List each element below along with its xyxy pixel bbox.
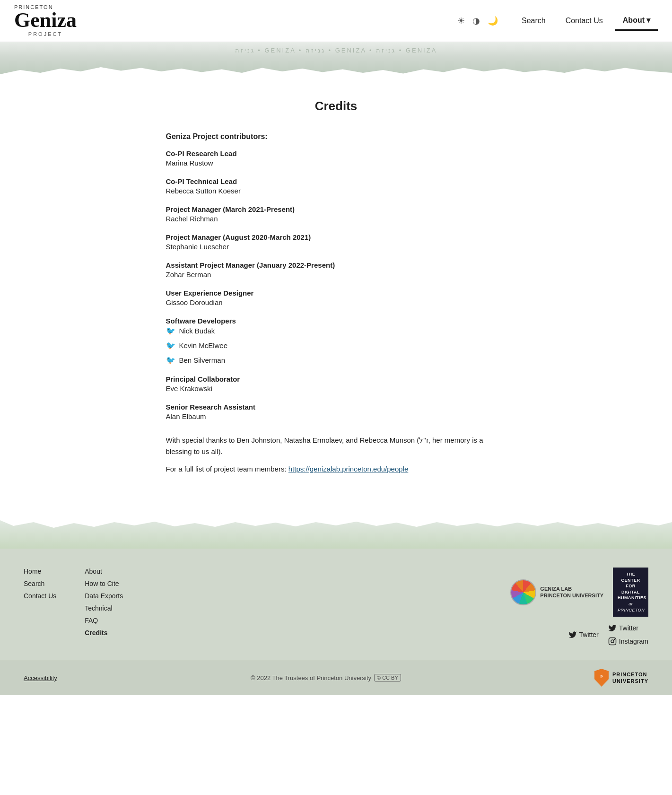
credit-senior-research: Senior Research Assistant Alan Elbaum [166,403,506,420]
dev-nick: 🐦 Nick Budak [166,326,506,335]
credit-role-label: Project Manager (March 2021-Present) [166,205,506,213]
credit-role-label: Project Manager (August 2020-March 2021) [166,233,506,241]
contrast-icon[interactable]: ◑ [471,14,482,28]
footer-col-1: Home Search Contact Us [24,568,56,637]
dev-kevin: 🐦 Kevin McElwee [166,341,506,350]
credit-role-label: Senior Research Assistant [166,403,506,411]
credit-role-label: Principal Collaborator [166,375,506,383]
wave-separator [0,520,672,549]
nav-search[interactable]: Search [514,12,553,30]
dev-name: Ben Silverman [179,356,226,364]
svg-rect-0 [609,638,616,645]
dev-bird-icon: 🐦 [166,326,175,335]
thanks-block: With special thanks to Ben Johnston, Nat… [166,435,506,457]
site-header: PRINCETON Geniza PROJECT ☀ ◑ 🌙 Search Co… [0,0,672,42]
dark-mode-icon[interactable]: 🌙 [486,14,500,28]
footer-credits[interactable]: Credits [85,629,123,637]
twitter-icon [568,630,577,639]
credit-ux: User Experience Designer Gissoo Doroudia… [166,289,506,306]
svg-point-2 [614,639,615,640]
footer-nav: Home Search Contact Us About How to Cite… [24,568,123,637]
footer-top: Home Search Contact Us About How to Cite… [24,568,648,660]
credit-principal-collab: Principal Collaborator Eve Krakowski [166,375,506,393]
footer-technical[interactable]: Technical [85,604,123,612]
credit-name: Eve Krakowski [166,384,506,393]
twitter-icon-2 [608,624,617,632]
dev-name: Kevin McElwee [179,341,228,349]
credit-name: Stephanie Luescher [166,243,506,251]
nav-about[interactable]: About ▾ [615,11,658,31]
credit-copi-technical: Co-PI Technical Lead Rebecca Sutton Koes… [166,177,506,195]
cc-by-badge: © CC BY [374,674,401,681]
dev-ben-s: 🐦 Ben Silverman [166,356,506,365]
dev-bird-icon: 🐦 [166,341,175,350]
footer-accessibility: Accessibility [24,674,57,681]
credit-name: Gissoo Doroudian [166,298,506,306]
dev-name: Nick Budak [179,327,215,335]
hero-background: גניזה • GENIZA • גניזה • GENIZA • גניזה … [0,42,672,80]
software-devs-heading: Software Developers [166,317,506,325]
hero-text-overlay: גניזה • GENIZA • גניזה • GENIZA • גניזה … [0,47,672,54]
instagram-icon [608,637,617,646]
svg-text:P: P [601,675,603,679]
footer-social-col-2: Twitter Instagram [608,624,648,646]
geniza-lab-circle-icon [510,579,536,605]
footer-col-2: About How to Cite Data Exports Technical… [85,568,123,637]
light-mode-icon[interactable]: ☀ [455,14,467,28]
footer-logo-row: GENIZA LAB PRINCETON UNIVERSITY THE CENT… [510,568,648,617]
accessibility-link[interactable]: Accessibility [24,674,57,681]
princeton-footer-logo[interactable]: P PRINCETON UNIVERSITY [594,669,648,687]
princeton-shield-icon: P [594,669,609,687]
theme-icons: ☀ ◑ 🌙 [455,14,500,28]
credit-name: Zohar Berman [166,271,506,279]
credit-role-label: Co-PI Research Lead [166,149,506,157]
footer-social-col-1: Twitter [568,630,599,639]
footer-copyright: © 2022 The Trustees of Princeton Univers… [251,674,401,681]
credit-name: Alan Elbaum [166,412,506,420]
credit-name: Rebecca Sutton Koeser [166,187,506,195]
geniza-label: Geniza [14,10,77,31]
footer-faq[interactable]: FAQ [85,617,123,624]
credit-role-label: Assistant Project Manager (January 2022-… [166,261,506,269]
footer-logos: GENIZA LAB PRINCETON UNIVERSITY THE CENT… [510,568,648,646]
full-list-link[interactable]: https://genizalab.princeton.edu/people [288,465,409,473]
credit-role-label: User Experience Designer [166,289,506,297]
project-label: PROJECT [14,32,77,37]
footer-home[interactable]: Home [24,568,56,575]
footer-how-to-cite[interactable]: How to Cite [85,580,123,587]
footer-data-exports[interactable]: Data Exports [85,592,123,600]
site-footer: Home Search Contact Us About How to Cite… [0,549,672,695]
footer-twitter-1[interactable]: Twitter [568,630,599,639]
footer-instagram[interactable]: Instagram [608,637,648,646]
main-nav: ☀ ◑ 🌙 Search Contact Us About ▾ [455,11,658,31]
full-list-block: For a full list of project team members:… [166,465,506,473]
dev-bird-icon: 🐦 [166,356,175,365]
footer-bottom: Accessibility © 2022 The Trustees of Pri… [0,660,672,695]
credit-role-label: Co-PI Technical Lead [166,177,506,185]
cdh-logo[interactable]: THE CENTER FOR DIGITAL HUMANITIES at PRI… [613,568,648,617]
site-logo[interactable]: PRINCETON Geniza PROJECT [14,5,77,37]
footer-twitter-2[interactable]: Twitter [608,624,638,632]
nav-contact[interactable]: Contact Us [558,12,611,30]
credit-apm: Assistant Project Manager (January 2022-… [166,261,506,279]
credit-name: Marina Rustow [166,159,506,167]
geniza-lab-text: GENIZA LAB PRINCETON UNIVERSITY [540,585,603,599]
credit-name: Rachel Richman [166,215,506,223]
svg-point-1 [611,640,614,643]
princeton-footer-text: PRINCETON UNIVERSITY [612,671,648,685]
page-title: Credits [166,99,506,114]
credit-pm-2020: Project Manager (August 2020-March 2021)… [166,233,506,251]
credit-software-devs: Software Developers 🐦 Nick Budak 🐦 Kevin… [166,317,506,365]
geniza-lab-logo[interactable]: GENIZA LAB PRINCETON UNIVERSITY [510,579,603,605]
credit-copi-research: Co-PI Research Lead Marina Rustow [166,149,506,167]
contributors-heading: Geniza Project contributors: [166,132,506,141]
footer-contact[interactable]: Contact Us [24,592,56,600]
footer-about[interactable]: About [85,568,123,575]
footer-social: Twitter Twitter [568,624,648,646]
main-content: Credits Geniza Project contributors: Co-… [157,99,516,501]
credit-pm-2021: Project Manager (March 2021-Present) Rac… [166,205,506,223]
footer-search[interactable]: Search [24,580,56,587]
